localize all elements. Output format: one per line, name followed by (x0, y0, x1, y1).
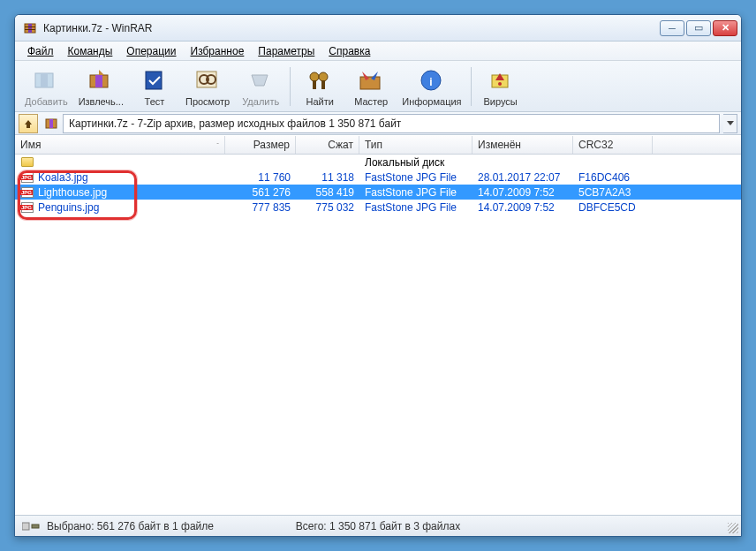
svg-rect-8 (146, 72, 162, 89)
delete-button: Удалить (236, 64, 285, 109)
svg-rect-15 (321, 80, 325, 89)
wizard-button[interactable]: Мастер (346, 64, 396, 109)
menu-favorites[interactable]: Избранное (184, 43, 252, 59)
menubar: Файл Команды Операции Избранное Параметр… (15, 42, 741, 61)
menu-operations[interactable]: Операции (119, 43, 183, 59)
delete-icon (246, 66, 275, 94)
add-button: Добавить (20, 64, 72, 109)
app-icon (22, 20, 38, 36)
svg-rect-2 (25, 26, 35, 27)
svg-text:i: i (429, 76, 432, 88)
titlebar: Картинки.7z - WinRAR ─ ▭ ✕ (15, 15, 741, 42)
test-button[interactable]: Тест (130, 64, 179, 109)
col-packed[interactable]: Сжат (296, 136, 359, 154)
virus-icon (487, 66, 515, 94)
path-dropdown[interactable] (723, 114, 737, 133)
col-name[interactable]: Имяˆ (15, 136, 225, 154)
table-row[interactable]: Koala3.jpg 11 760 11 318 FastStone JPG F… (15, 170, 741, 185)
svg-point-12 (310, 72, 319, 81)
close-button[interactable]: ✕ (713, 20, 737, 36)
add-icon (32, 66, 60, 94)
toolbar: Добавить Извлечь... Тест Просмотр Удалит… (15, 61, 741, 112)
list-header: Имяˆ Размер Сжат Тип Изменён CRC32 (15, 135, 741, 155)
statusbar: Выбрано: 561 276 байт в 1 файле Всего: 1… (15, 515, 741, 536)
jpg-icon (20, 201, 34, 214)
up-button[interactable] (19, 114, 38, 133)
svg-rect-1 (28, 24, 32, 33)
archive-icon (43, 116, 59, 132)
menu-options[interactable]: Параметры (251, 43, 321, 59)
path-text: Картинки.7z - 7-Zip архив, размер исходн… (69, 117, 401, 130)
table-row[interactable]: Penguins.jpg 777 835 775 032 FastStone J… (15, 200, 741, 215)
col-size[interactable]: Размер (225, 136, 296, 154)
svg-rect-14 (313, 80, 316, 89)
extract-button[interactable]: Извлечь... (74, 64, 128, 109)
menu-file[interactable]: Файл (20, 43, 61, 59)
info-button[interactable]: i Информация (397, 64, 465, 109)
file-list[interactable]: Локальный диск Koala3.jpg 11 760 11 318 … (15, 155, 741, 515)
chevron-down-icon (727, 121, 734, 126)
jpg-icon (20, 171, 34, 184)
path-box[interactable]: Картинки.7z - 7-Zip архив, размер исходн… (63, 114, 720, 133)
svg-rect-3 (25, 29, 35, 30)
find-icon (306, 66, 334, 94)
virus-button[interactable]: Вирусы (476, 64, 525, 109)
window-title: Картинки.7z - WinRAR (43, 22, 660, 34)
jpg-icon (20, 186, 34, 199)
minimize-button[interactable]: ─ (660, 20, 684, 36)
status-total: Всего: 1 350 871 байт в 3 файлах (296, 520, 460, 532)
separator (290, 67, 291, 106)
wizard-icon (357, 66, 385, 94)
col-modified[interactable]: Изменён (472, 136, 573, 154)
find-button[interactable]: Найти (295, 64, 344, 109)
svg-rect-22 (49, 119, 53, 128)
svg-rect-7 (95, 75, 102, 87)
separator (471, 67, 472, 106)
col-crc[interactable]: CRC32 (573, 136, 653, 154)
sort-indicator-icon: ˆ (216, 141, 219, 149)
col-type[interactable]: Тип (359, 136, 472, 154)
info-icon: i (418, 66, 446, 94)
folder-icon (20, 156, 34, 169)
svg-point-13 (319, 72, 328, 81)
window-buttons: ─ ▭ ✕ (660, 20, 737, 36)
parent-row[interactable]: Локальный диск (15, 155, 741, 170)
view-button[interactable]: Просмотр (181, 64, 234, 109)
extract-icon (87, 66, 115, 94)
svg-rect-5 (41, 73, 48, 87)
resize-grip[interactable] (728, 523, 738, 533)
svg-rect-23 (22, 523, 29, 530)
svg-point-20 (498, 82, 502, 86)
pathbar: Картинки.7z - 7-Zip архив, размер исходн… (15, 112, 741, 135)
menu-help[interactable]: Справка (321, 43, 377, 59)
maximize-button[interactable]: ▭ (686, 20, 711, 36)
arrow-up-icon (22, 117, 34, 130)
status-selection: Выбрано: 561 276 байт в 1 файле (47, 520, 214, 532)
table-row[interactable]: Lighthouse.jpg 561 276 558 419 FastStone… (15, 185, 741, 200)
menu-commands[interactable]: Команды (61, 43, 120, 59)
svg-rect-24 (32, 525, 39, 528)
view-icon (193, 66, 222, 94)
svg-rect-16 (360, 77, 380, 89)
app-window: Картинки.7z - WinRAR ─ ▭ ✕ Файл Команды … (14, 14, 742, 537)
test-icon (140, 66, 169, 94)
status-lock-icon (22, 520, 40, 532)
